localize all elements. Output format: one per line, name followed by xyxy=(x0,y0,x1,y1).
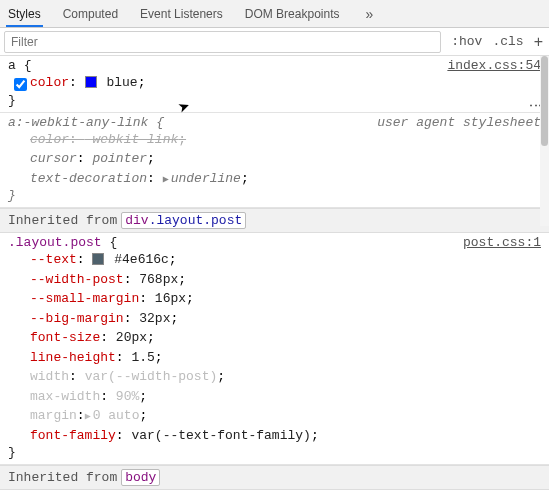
declaration: text-decoration: ▶underline; xyxy=(8,169,541,189)
declaration[interactable]: --small-margin: 16px; xyxy=(8,289,541,309)
selector: a:-webkit-any-link xyxy=(8,115,148,130)
expand-icon[interactable]: ▶ xyxy=(163,172,169,187)
declaration: cursor: pointer; xyxy=(8,149,541,169)
declaration-inactive[interactable]: width: var(--width-post); xyxy=(8,367,541,387)
declaration-inactive[interactable]: max-width: 90%; xyxy=(8,387,541,407)
source-link[interactable]: index.css:54 xyxy=(447,58,541,73)
styles-tabs: Styles Computed Event Listeners DOM Brea… xyxy=(0,0,549,28)
hov-toggle[interactable]: :hov xyxy=(451,34,482,49)
declaration-toggle[interactable] xyxy=(14,78,27,91)
new-style-rule-button[interactable]: + xyxy=(534,33,543,51)
declaration[interactable]: color: blue; xyxy=(8,73,541,93)
source-link[interactable]: post.css:1 xyxy=(463,235,541,250)
filter-row: :hov .cls + xyxy=(0,28,549,56)
declaration[interactable]: --text: #4e616c; xyxy=(8,250,541,270)
color-swatch-icon[interactable] xyxy=(92,253,104,265)
element-badge[interactable]: div.layout.post xyxy=(121,212,246,229)
declaration[interactable]: --width-post: 768px; xyxy=(8,270,541,290)
declaration[interactable]: --big-margin: 32px; xyxy=(8,309,541,329)
inherited-header: Inherited from div.layout.post xyxy=(0,208,549,233)
tab-event-listeners[interactable]: Event Listeners xyxy=(138,0,225,27)
property-value[interactable]: blue xyxy=(106,75,137,90)
style-rule: index.css:54 a { color: blue; } ⋮ xyxy=(0,56,549,113)
selector[interactable]: .layout.post xyxy=(8,235,102,250)
color-swatch-icon[interactable] xyxy=(85,76,97,88)
tab-computed[interactable]: Computed xyxy=(61,0,120,27)
declaration[interactable]: font-size: 20px; xyxy=(8,328,541,348)
style-rule-ua: user agent stylesheet a:-webkit-any-link… xyxy=(0,113,549,209)
inherited-label: Inherited from xyxy=(8,470,117,485)
style-rule: post.css:1 .layout.post { --text: #4e616… xyxy=(0,233,549,465)
property-name[interactable]: color xyxy=(30,75,69,90)
tab-dom-breakpoints[interactable]: DOM Breakpoints xyxy=(243,0,342,27)
filter-input[interactable] xyxy=(4,31,441,53)
inherited-header: Inherited from body xyxy=(0,465,549,490)
inherited-label: Inherited from xyxy=(8,213,117,228)
expand-icon[interactable]: ▶ xyxy=(85,409,91,424)
declaration-inactive[interactable]: margin:▶0 auto; xyxy=(8,406,541,426)
declaration[interactable]: font-family: var(--text-font-family); xyxy=(8,426,541,446)
tab-styles[interactable]: Styles xyxy=(6,0,43,27)
declaration[interactable]: line-height: 1.5; xyxy=(8,348,541,368)
ua-stylesheet-label: user agent stylesheet xyxy=(377,115,541,130)
open-brace: { xyxy=(24,58,32,73)
selector[interactable]: a xyxy=(8,58,16,73)
cls-toggle[interactable]: .cls xyxy=(492,34,523,49)
element-badge[interactable]: body xyxy=(121,469,160,486)
declaration-overridden: color: -webkit-link; xyxy=(8,130,541,150)
close-brace: } xyxy=(8,93,16,108)
scrollbar-thumb[interactable] xyxy=(541,56,548,146)
tabs-overflow-icon[interactable]: » xyxy=(365,6,373,22)
